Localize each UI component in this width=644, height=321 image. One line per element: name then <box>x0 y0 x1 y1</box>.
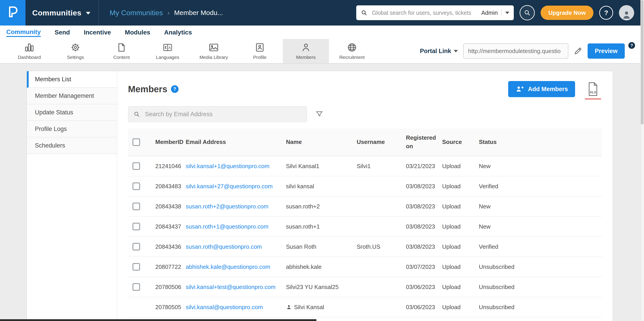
name-text: abhishek.kale <box>286 264 322 270</box>
name-cell: susan.roth+2 <box>283 203 354 210</box>
settings-icon <box>70 42 81 53</box>
source-cell: Upload <box>440 163 476 170</box>
table-row: 20843436 susan.roth@questionpro.com Susa… <box>128 237 602 257</box>
global-search-input[interactable] <box>371 9 478 16</box>
name-cell: Silvi Kansal1 <box>283 163 354 170</box>
registered-on-cell: 03/08/2023 <box>403 223 440 230</box>
vertical-scrollbar[interactable] <box>640 0 644 321</box>
memberid-cell: 20843483 <box>152 183 183 190</box>
memberid-cell: 20780506 <box>152 284 183 290</box>
breadcrumb-current: Member Modu... <box>174 9 223 16</box>
upgrade-now-button[interactable]: Upgrade Now <box>540 6 594 20</box>
status-cell: New <box>476 203 602 210</box>
nav-item-incentive[interactable]: Incentive <box>84 28 111 36</box>
search-scope-selector[interactable]: Admin <box>481 10 498 16</box>
search-submit-button[interactable] <box>520 5 535 20</box>
help-button[interactable]: ? <box>599 6 613 20</box>
source-cell: Upload <box>440 304 476 311</box>
xls-label: XLS <box>587 90 599 94</box>
sidebar-item-schedulers[interactable]: Schedulers <box>27 138 117 154</box>
search-icon <box>524 9 531 16</box>
memberid-cell: 21241046 <box>152 163 183 170</box>
members-help-icon[interactable]: ? <box>171 85 178 93</box>
pencil-icon[interactable] <box>574 47 582 55</box>
person-icon <box>286 304 292 310</box>
toolbar-item-languages[interactable]: A Languages <box>144 39 191 63</box>
source-cell: Upload <box>440 264 476 270</box>
table-header: MemberID Email Address Name Username Reg… <box>128 128 602 156</box>
status-cell: Verified <box>476 243 602 250</box>
member-search-box[interactable] <box>128 106 307 122</box>
status-cell: Verified <box>476 183 602 190</box>
sidebar-item-members-list[interactable]: Members List <box>27 71 117 88</box>
toolbar-item-members[interactable]: Members <box>283 39 329 63</box>
email-link[interactable]: silvi.kansal+27@questionpro.com <box>186 183 272 190</box>
email-link[interactable]: abhishek.kale@questionpro.com <box>186 264 270 270</box>
member-search-input[interactable] <box>144 110 302 118</box>
toolbar-item-profile[interactable]: Profile <box>237 39 283 63</box>
select-all-checkbox[interactable] <box>132 138 140 146</box>
content-icon <box>116 42 127 53</box>
email-link[interactable]: silvi.kansal+test@questionpro.com <box>186 284 276 290</box>
name-text: Susan Roth <box>286 243 316 250</box>
column-header-registered-on: Registered on <box>403 134 440 150</box>
table-row: 20843438 susan.roth+2@questionpro.com su… <box>128 196 602 217</box>
portal-link-dropdown[interactable]: Portal Link <box>420 48 458 54</box>
product-switcher[interactable]: Communities <box>26 0 99 26</box>
table-row: 21241046 silvi.kansal+1@questionpro.com … <box>128 156 602 176</box>
toolbar-item-content[interactable]: Content <box>98 39 144 63</box>
email-link[interactable]: susan.roth@questionpro.com <box>186 243 262 250</box>
row-checkbox[interactable] <box>132 182 140 190</box>
nav-item-modules[interactable]: Modules <box>125 28 150 36</box>
questionpro-logo[interactable] <box>0 0 26 26</box>
breadcrumb-my-communities[interactable]: My Communities <box>110 9 163 17</box>
name-text: Silvi Kansal <box>294 304 324 311</box>
email-link[interactable]: silvi.kansal@questionpro.com <box>186 304 263 310</box>
filter-icon[interactable] <box>315 110 324 118</box>
portal-link-bar: Portal Link Preview ? <box>420 39 644 63</box>
nav-item-community[interactable]: Community <box>6 28 41 37</box>
preview-help-icon[interactable]: ? <box>628 42 635 49</box>
global-search[interactable]: Admin <box>356 5 514 20</box>
user-avatar[interactable] <box>619 5 634 20</box>
person-icon <box>621 10 632 20</box>
row-checkbox[interactable] <box>132 202 140 210</box>
sidebar-item-update-status[interactable]: Update Status <box>27 104 117 121</box>
row-checkbox[interactable] <box>132 263 140 271</box>
nav-item-send[interactable]: Send <box>54 28 70 36</box>
export-xls-button[interactable]: XLS <box>587 82 599 96</box>
name-cell: Silvi Kansal <box>283 304 354 311</box>
dashboard-icon <box>24 42 35 53</box>
toolbar-item-media-library[interactable]: Media Library <box>191 39 237 63</box>
toolbar-item-recruitment[interactable]: Recruitment <box>329 39 375 63</box>
name-cell: silvi kansal <box>283 183 354 190</box>
row-checkbox[interactable] <box>132 283 140 291</box>
sidebar-item-member-management[interactable]: Member Management <box>27 88 117 104</box>
title-row: Members ? Add Members XLS <box>128 81 602 97</box>
status-cell: New <box>476 223 602 230</box>
portal-url-input[interactable] <box>463 44 568 59</box>
email-link[interactable]: susan.roth+2@questionpro.com <box>186 203 268 210</box>
app-root: Communities My Communities › Member Modu… <box>0 0 644 321</box>
memberid-cell: 20843437 <box>152 223 183 230</box>
table-body: 21241046 silvi.kansal+1@questionpro.com … <box>128 156 602 318</box>
toolbar-item-label: Settings <box>67 54 84 60</box>
name-text: Silvi23 YU Kansal25 <box>286 284 338 290</box>
toolbar-item-dashboard[interactable]: Dashboard <box>6 39 52 63</box>
email-link[interactable]: susan.roth+1@questionpro.com <box>186 223 268 230</box>
scrollbar-thumb[interactable] <box>641 0 644 124</box>
row-checkbox[interactable] <box>132 162 140 170</box>
preview-button[interactable]: Preview <box>588 44 625 59</box>
row-checkbox[interactable] <box>132 243 140 250</box>
sidebar-item-profile-logs[interactable]: Profile Logs <box>27 121 117 138</box>
add-members-button[interactable]: Add Members <box>508 81 575 97</box>
chevron-down-icon[interactable] <box>505 12 509 14</box>
registered-on-cell: 03/21/2023 <box>403 163 440 170</box>
registered-on-cell: 03/06/2023 <box>403 284 440 290</box>
title-actions: Add Members XLS <box>508 81 602 97</box>
email-link[interactable]: silvi.kansal+1@questionpro.com <box>186 163 270 170</box>
registered-on-cell: 03/08/2023 <box>403 203 440 210</box>
nav-item-analytics[interactable]: Analytics <box>164 28 192 36</box>
row-checkbox[interactable] <box>132 223 140 230</box>
toolbar-item-settings[interactable]: Settings <box>52 39 98 63</box>
